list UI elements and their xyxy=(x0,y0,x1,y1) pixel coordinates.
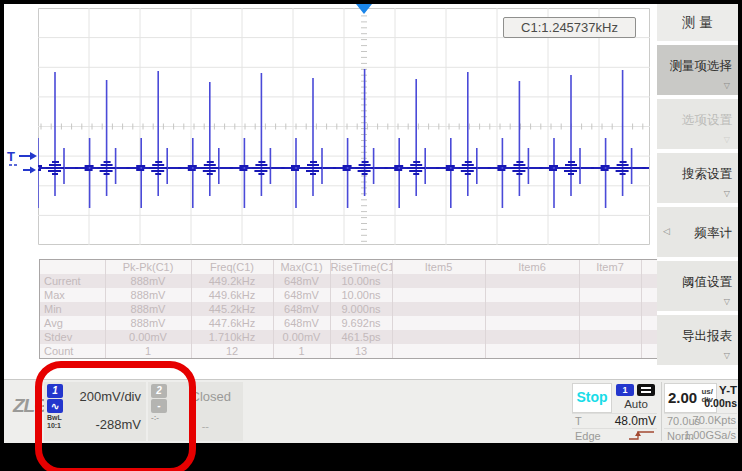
trigger-level-label: T xyxy=(7,149,15,164)
table-row-stdev: Stdev 0.00mV 1.710kHz 0.00mV 461.5ps xyxy=(40,330,659,344)
header-pkpk: Pk-Pk(C1) xyxy=(105,260,191,274)
run-stop-indicator[interactable]: Stop xyxy=(572,383,612,413)
cell xyxy=(485,274,579,288)
cell xyxy=(485,330,579,344)
channel2-status[interactable]: 2 - -:- Closed -- xyxy=(148,382,243,441)
cell xyxy=(579,274,641,288)
chevron-down-icon: ▽ xyxy=(724,81,730,90)
cell: 0.00mV xyxy=(105,330,191,344)
row-label: Count xyxy=(40,344,105,358)
sample-rate-row: Norm 1.00GSa/s xyxy=(664,428,737,443)
chevron-down-icon: ▽ xyxy=(724,351,730,360)
menu-title: 测 量 xyxy=(657,4,738,41)
logo-text: ZLG xyxy=(13,395,48,416)
table-row-avg: Avg 888mV 447.6kHz 648mV 9.692ns xyxy=(40,316,659,330)
memory-depth: 70.0Kpts xyxy=(693,414,736,426)
chevron-left-icon: ◁ xyxy=(663,226,670,236)
rising-edge-icon xyxy=(628,429,656,444)
bus-icon xyxy=(637,384,655,396)
header-risetime: RiseTime(C1) xyxy=(330,260,392,274)
cell: 10.00ns xyxy=(330,274,392,288)
trigger-level-row: T 48.0mV xyxy=(572,413,657,428)
trigger-level-icon: T xyxy=(6,146,40,186)
cell: 888mV xyxy=(105,302,191,316)
acquisition-window-row: 70.0us 70.0Kpts xyxy=(664,413,737,428)
menu-item-label: 频率计 xyxy=(695,225,733,242)
menu-item-threshold-settings[interactable]: 阈值设置 ▽ xyxy=(657,261,738,311)
table-header-row: Pk-Pk(C1) Freq(C1) Max(C1) RiseTime(C1) … xyxy=(40,260,659,274)
trigger-position-marker[interactable] xyxy=(356,4,372,14)
cell: 445.2kHz xyxy=(191,302,273,316)
menu-item-label: 选项设置 xyxy=(682,112,732,129)
cell: 888mV xyxy=(105,288,191,302)
table-row-min: Min 888mV 445.2kHz 648mV 9.000ns xyxy=(40,302,659,316)
channel1-offset: -288mV xyxy=(95,417,141,432)
cell: 9.000ns xyxy=(330,302,392,316)
cell: 1.710kHz xyxy=(191,330,273,344)
run-state-label: Stop xyxy=(573,384,611,410)
cell xyxy=(392,330,485,344)
cell xyxy=(485,316,579,330)
menu-item-select-measurements[interactable]: 测量项选择 ▽ xyxy=(657,45,738,95)
header-item6: Item6 xyxy=(485,260,579,274)
trigger-mode: Auto xyxy=(616,398,656,410)
cell: 9.692ns xyxy=(330,316,392,330)
trigger-level-value: 48.0mV xyxy=(615,414,656,428)
cell: 648mV xyxy=(273,288,330,302)
cell xyxy=(392,316,485,330)
header-blank xyxy=(40,260,105,274)
cell: 888mV xyxy=(105,316,191,330)
menu-item-label: 导出报表 xyxy=(682,328,732,345)
waveform-grid xyxy=(38,8,650,245)
trigger-level-key: T xyxy=(575,415,582,427)
menu-item-label: 测量项选择 xyxy=(670,58,733,75)
chevron-down-icon: ▽ xyxy=(724,189,730,198)
oscilloscope-screen: C1:1.245737kHz T P xyxy=(0,0,742,471)
channel2-state: Closed xyxy=(191,389,231,404)
menu-item-search-settings[interactable]: 搜索设置 ▽ xyxy=(657,153,738,203)
channel1-number-badge: 1 xyxy=(47,384,63,398)
frequency-readout: C1:1.245737kHz xyxy=(503,17,636,38)
cell xyxy=(579,288,641,302)
measure-menu: 测 量 测量项选择 ▽ 选项设置 ▽ 搜索设置 ▽ ◁ 频率计 阈值设置 ▽ xyxy=(657,4,738,378)
menu-item-frequency-counter[interactable]: ◁ 频率计 xyxy=(657,207,738,257)
cell: 1 xyxy=(105,344,191,358)
channel1-scale: 200mV/div xyxy=(80,389,141,404)
trigger-level-marker[interactable]: T xyxy=(6,146,40,186)
status-bar: ZLG® 1 ∿ BwL 10:1 200mV/div -288mV 2 - -… xyxy=(4,379,738,443)
menu-item-label: 阈值设置 xyxy=(682,274,732,291)
trigger-type-row: Edge xyxy=(572,428,657,443)
timebase-scale-value: 2.00 xyxy=(668,389,697,406)
cell: 449.2kHz xyxy=(191,274,273,288)
display-area: C1:1.245737kHz T P xyxy=(4,4,738,443)
cell xyxy=(392,344,485,358)
cell: 10.00ns xyxy=(330,288,392,302)
row-label: Min xyxy=(40,302,105,316)
channel1-badges: 1 ∿ BwL 10:1 xyxy=(47,384,64,429)
header-max: Max(C1) xyxy=(273,260,330,274)
row-label: Max xyxy=(40,288,105,302)
waveform-plot xyxy=(38,8,650,245)
menu-item-export-report[interactable]: 导出报表 ▽ xyxy=(657,315,738,365)
chevron-down-icon: ▽ xyxy=(724,297,730,306)
trigger-source-badges: 1 xyxy=(616,384,655,396)
chevron-down-icon: ▽ xyxy=(724,135,730,144)
trigger-status: Stop 1 Auto T 48.0mV Edge xyxy=(570,382,659,441)
cell: 0.00mV xyxy=(273,330,330,344)
trigger-type-label: Edge xyxy=(575,430,601,442)
table-row-max: Max 888mV 449.6kHz 648mV 10.00ns xyxy=(40,288,659,302)
cell xyxy=(485,288,579,302)
header-item7: Item7 xyxy=(579,260,641,274)
cell: 447.6kHz xyxy=(191,316,273,330)
cell: 648mV xyxy=(273,316,330,330)
channel1-status[interactable]: 1 ∿ BwL 10:1 200mV/div -288mV xyxy=(44,382,146,441)
cell xyxy=(485,344,579,358)
cell: 13 xyxy=(330,344,392,358)
table-row-count: Count 1 12 1 13 xyxy=(40,344,659,358)
cell: 1 xyxy=(273,344,330,358)
channel2-number-badge: 2 xyxy=(151,384,167,398)
row-label: Avg xyxy=(40,316,105,330)
menu-item-option-settings[interactable]: 选项设置 ▽ xyxy=(657,99,738,149)
channel1-probe-ratio: 10:1 xyxy=(47,422,64,429)
row-label: Current xyxy=(40,274,105,288)
